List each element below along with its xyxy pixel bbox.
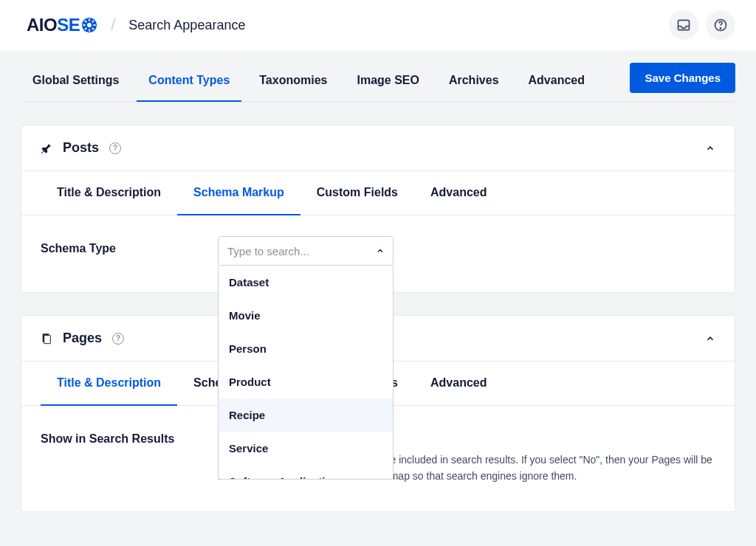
pages-subtab-title-desc[interactable]: Title & Description <box>41 362 177 406</box>
schema-dropdown-list: Dataset Movie Person Product Recipe Serv… <box>218 266 394 480</box>
pages-header-left: Pages ? <box>41 331 124 346</box>
posts-title: Posts <box>63 140 99 156</box>
posts-card-header[interactable]: Posts ? <box>21 125 735 170</box>
pages-icon <box>41 333 52 345</box>
dropdown-item-person[interactable]: Person <box>219 332 393 365</box>
app-header: AIOSE / Search Appearance <box>0 0 756 50</box>
page-title: Search Appearance <box>128 18 245 33</box>
tab-archives[interactable]: Archives <box>437 61 511 102</box>
svg-point-1 <box>87 23 92 27</box>
tab-taxonomies[interactable]: Taxonomies <box>247 61 339 102</box>
posts-header-left: Posts ? <box>41 140 121 156</box>
save-button[interactable]: Save Changes <box>630 63 735 93</box>
svg-rect-14 <box>44 335 51 343</box>
pages-subtab-advanced[interactable]: Advanced <box>414 362 503 406</box>
inbox-button[interactable] <box>669 10 698 40</box>
posts-help-icon[interactable]: ? <box>109 142 121 154</box>
inbox-icon <box>676 18 691 32</box>
posts-card: Posts ? Title & Description Schema Marku… <box>21 125 735 293</box>
svg-rect-5 <box>94 24 96 26</box>
dropdown-item-recipe[interactable]: Recipe <box>219 398 393 432</box>
tab-image-seo[interactable]: Image SEO <box>345 61 430 102</box>
main-container: Global Settings Content Types Taxonomies… <box>0 61 756 512</box>
show-in-search-label: Show in Search Results <box>41 426 188 485</box>
posts-subtabs: Title & Description Schema Markup Custom… <box>21 170 735 215</box>
schema-type-field: Dataset Movie Person Product Recipe Serv… <box>218 236 715 266</box>
tab-advanced[interactable]: Advanced <box>517 61 597 102</box>
svg-rect-4 <box>83 24 85 26</box>
schema-type-dropdown: Dataset Movie Person Product Recipe Serv… <box>218 236 394 266</box>
pages-help-icon[interactable]: ? <box>112 333 124 345</box>
pages-title: Pages <box>63 331 102 346</box>
svg-rect-3 <box>89 30 90 32</box>
chevron-up-icon <box>705 143 715 153</box>
svg-rect-2 <box>89 18 90 21</box>
help-icon <box>713 18 728 32</box>
posts-subtab-schema[interactable]: Schema Markup <box>177 171 300 215</box>
schema-type-input[interactable] <box>218 236 394 266</box>
header-right <box>669 10 735 40</box>
tab-content-types[interactable]: Content Types <box>137 61 241 102</box>
tab-global-settings[interactable]: Global Settings <box>21 61 131 102</box>
svg-point-12 <box>720 28 721 29</box>
logo[interactable]: AIOSE <box>27 15 97 35</box>
logo-text-a: AIO <box>27 15 57 35</box>
pin-icon <box>41 142 52 154</box>
chevron-up-icon <box>705 334 715 344</box>
schema-type-label: Schema Type <box>41 236 188 266</box>
dropdown-item-dataset[interactable]: Dataset <box>219 266 393 299</box>
logo-text-seo: SE <box>57 15 80 35</box>
dropdown-item-movie[interactable]: Movie <box>219 299 393 332</box>
posts-subtab-custom-fields[interactable]: Custom Fields <box>300 171 414 215</box>
dropdown-item-service[interactable]: Service <box>219 432 393 465</box>
posts-card-body: Schema Type Dataset Movie Person Product… <box>21 215 735 292</box>
posts-subtab-advanced[interactable]: Advanced <box>414 171 503 215</box>
breadcrumb-divider: / <box>111 15 115 35</box>
main-tabs: Global Settings Content Types Taxonomies… <box>21 61 597 102</box>
dropdown-item-software[interactable]: Software Application <box>219 465 393 480</box>
help-button[interactable] <box>706 10 735 40</box>
main-tab-bar: Global Settings Content Types Taxonomies… <box>21 61 735 103</box>
dropdown-item-product[interactable]: Product <box>219 365 393 398</box>
posts-subtab-title-desc[interactable]: Title & Description <box>41 171 177 215</box>
header-left: AIOSE / Search Appearance <box>27 15 245 35</box>
gear-icon <box>81 17 97 33</box>
